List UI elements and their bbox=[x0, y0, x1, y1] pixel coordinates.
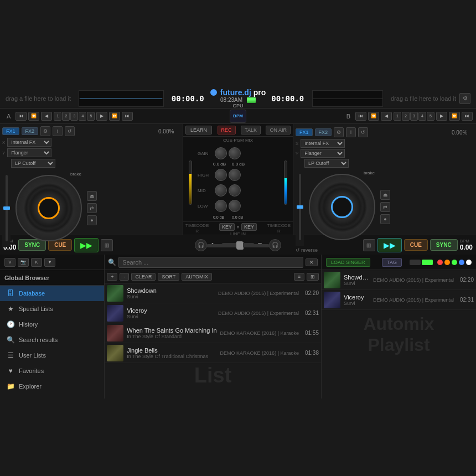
deck-b-settings-icon[interactable]: ⚙ bbox=[334, 127, 344, 137]
automix-track-item[interactable]: Viceroy Survi DEMO AUDIO (2015) | Experi… bbox=[322, 290, 476, 310]
on-air-button[interactable]: ON AIR bbox=[266, 126, 291, 134]
key-value-right[interactable]: KEY bbox=[241, 223, 257, 231]
automix-button[interactable]: AUTOMIX bbox=[182, 273, 212, 281]
deck-a-info-icon[interactable]: i bbox=[53, 126, 63, 136]
cuepoint-1-b[interactable]: 1 bbox=[394, 112, 401, 121]
deck-a-eject-icon[interactable]: ⏏ bbox=[87, 191, 97, 201]
deck-b-eject-icon[interactable]: ⏏ bbox=[380, 190, 390, 200]
sidebar-cam-button[interactable]: 📷 bbox=[18, 258, 29, 267]
deck-b-disc[interactable] bbox=[309, 174, 375, 240]
fwd-button-b[interactable]: ▶ bbox=[436, 112, 447, 121]
settings-button[interactable]: ⚙ bbox=[459, 93, 470, 104]
back-button-a[interactable]: ◀ bbox=[41, 112, 52, 121]
deck-b-loop-mode-icon[interactable]: ⇄ bbox=[380, 202, 390, 212]
cuepoint-4-b[interactable]: 4 bbox=[418, 112, 426, 121]
learn-button[interactable]: LEARN bbox=[185, 126, 212, 134]
deck-a-loop-mode-icon[interactable]: ⇄ bbox=[87, 203, 97, 213]
rec-button[interactable]: REC bbox=[218, 126, 236, 134]
sidebar-arrow-button[interactable]: ▼ bbox=[44, 258, 55, 267]
deck-a-x-select[interactable]: Internal FX bbox=[7, 138, 51, 147]
sort-button[interactable]: SORT bbox=[158, 273, 179, 281]
color-dot-orange[interactable] bbox=[444, 260, 450, 265]
deck-b-pitch-slider[interactable] bbox=[296, 168, 304, 246]
cuepoint-2-a[interactable]: 2 bbox=[62, 112, 70, 121]
high-knob-right[interactable] bbox=[229, 169, 241, 181]
sidebar-item-special-lists[interactable]: ★ Special Lists bbox=[0, 301, 104, 317]
fwd-button-a[interactable]: ▶ bbox=[96, 112, 107, 121]
sidebar-item-user-lists[interactable]: ☰ User Lists bbox=[0, 348, 104, 363]
mid-knob-left[interactable] bbox=[215, 184, 227, 196]
mid-knob-right[interactable] bbox=[229, 184, 241, 196]
color-dot-red[interactable] bbox=[437, 260, 443, 265]
key-label[interactable]: KEY bbox=[219, 223, 235, 231]
deck-a-z-select[interactable]: LP Cutoff bbox=[11, 159, 55, 168]
cuepoint-1-a[interactable]: 1 bbox=[54, 112, 61, 121]
deck-a-disc[interactable] bbox=[15, 175, 82, 241]
sidebar-item-history[interactable]: 🕐 History bbox=[0, 317, 104, 332]
deck-b-z-select[interactable]: LP Cutoff bbox=[304, 159, 349, 168]
cuepoint-3-a[interactable]: 3 bbox=[70, 112, 78, 121]
minus-button[interactable]: - bbox=[120, 273, 129, 281]
deck-a-y-select[interactable]: Flanger bbox=[7, 148, 51, 157]
deck-b-fx1-button[interactable]: FX1 bbox=[296, 128, 313, 136]
deck-b-fx2-button[interactable]: FX2 bbox=[315, 128, 332, 136]
gain-knob-right[interactable] bbox=[229, 147, 241, 159]
cuepoint-3-b[interactable]: 3 bbox=[410, 112, 418, 121]
deck-b-y-select[interactable]: Flanger bbox=[301, 149, 345, 158]
track-item[interactable]: Viceroy Survi DEMO AUDIO (2015) | Experi… bbox=[105, 303, 321, 323]
list-view-button[interactable]: ≡ bbox=[294, 273, 304, 281]
cue-mix-slider[interactable] bbox=[221, 243, 255, 247]
back-button-b[interactable]: ◀ bbox=[381, 112, 392, 121]
search-input[interactable] bbox=[118, 257, 303, 268]
clear-button[interactable]: CLEAR bbox=[131, 273, 156, 281]
talk-button[interactable]: TALK bbox=[241, 126, 261, 134]
add-button[interactable]: + bbox=[107, 273, 117, 281]
deck-a-mode-icon[interactable]: ▥ bbox=[101, 239, 113, 251]
ffwd-button-a[interactable]: ⏩ bbox=[109, 112, 120, 121]
deck-b-loop-icon[interactable]: ↺ bbox=[358, 127, 368, 137]
cuepoint-5-b[interactable]: 5 bbox=[427, 112, 434, 121]
color-dot-blue[interactable] bbox=[459, 260, 464, 265]
gain-knob-left[interactable] bbox=[215, 147, 227, 159]
deck-a-pitch-slider[interactable] bbox=[2, 169, 11, 247]
color-dot-green[interactable] bbox=[452, 260, 457, 265]
mixer-left-level[interactable] bbox=[189, 161, 192, 205]
track-item[interactable]: Showdown Survi DEMO AUDIO (2015) | Exper… bbox=[105, 283, 321, 303]
track-item[interactable]: When The Saints Go Marching In In The St… bbox=[105, 323, 321, 343]
rew-button-a[interactable]: ⏪ bbox=[28, 112, 39, 121]
sidebar-item-search-results[interactable]: 🔍 Search results bbox=[0, 332, 104, 348]
automix-track-item[interactable]: Showdown Survi DEMO AUDIO (2015) | Exper… bbox=[322, 270, 476, 290]
high-knob-left[interactable] bbox=[215, 169, 227, 181]
deck-b-info-icon[interactable]: i bbox=[346, 127, 356, 137]
next-button-a[interactable]: ⏭ bbox=[122, 112, 133, 121]
next-button-b[interactable]: ⏭ bbox=[462, 112, 473, 121]
bpm-knob-center[interactable]: BPM bbox=[230, 110, 246, 123]
load-singer-button[interactable]: LOAD SINGER bbox=[326, 258, 370, 267]
prev-button-b[interactable]: ⏮ bbox=[355, 112, 366, 121]
ffwd-button-b[interactable]: ⏩ bbox=[449, 112, 460, 121]
sidebar-item-database[interactable]: 🗄 Database bbox=[0, 286, 104, 301]
deck-a-cue-set-icon[interactable]: ● bbox=[87, 215, 97, 225]
cuepoint-5-a[interactable]: 5 bbox=[87, 112, 95, 121]
low-knob-right[interactable] bbox=[229, 200, 241, 212]
search-clear-button[interactable]: ✕ bbox=[306, 258, 318, 266]
sidebar-item-explorer[interactable]: 📁 Explorer bbox=[0, 379, 104, 394]
deck-a-fx2-button[interactable]: FX2 bbox=[22, 127, 39, 135]
track-item[interactable]: Jingle Bells In The Style Of Traditional… bbox=[105, 343, 321, 363]
deck-b-cue-set-icon[interactable]: ● bbox=[380, 214, 390, 224]
cuepoint-4-a[interactable]: 4 bbox=[79, 112, 86, 121]
low-knob-left[interactable] bbox=[215, 200, 227, 212]
deck-a-fx1-button[interactable]: FX1 bbox=[2, 127, 19, 135]
sidebar-v-button[interactable]: V bbox=[4, 258, 15, 267]
cue-mix-headphone[interactable]: 🎧 bbox=[195, 239, 207, 251]
color-dot-white[interactable] bbox=[466, 260, 472, 265]
sidebar-k-button[interactable]: K bbox=[31, 258, 42, 267]
cuepoint-2-b[interactable]: 2 bbox=[402, 112, 410, 121]
deck-a-loop-icon[interactable]: ↺ bbox=[65, 126, 75, 136]
grid-view-button[interactable]: ⊞ bbox=[307, 273, 319, 281]
tag-button[interactable]: TAG bbox=[382, 258, 402, 267]
deck-b-x-select[interactable]: Internal FX bbox=[301, 139, 345, 148]
deck-a-settings-icon[interactable]: ⚙ bbox=[40, 126, 50, 136]
rew-button-b[interactable]: ⏪ bbox=[368, 112, 379, 121]
mixer-right-level[interactable] bbox=[284, 161, 287, 205]
